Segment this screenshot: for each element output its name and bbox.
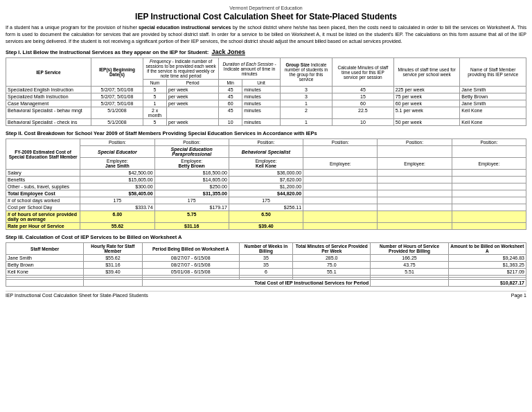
footer-right: Page 1 [511, 293, 526, 298]
table-row: Behavioral Specialist - behav mngt 5/1/2… [6, 107, 526, 119]
table-row: Specialized Math Instruction 5/2/07; 5/0… [6, 93, 526, 100]
table-row: Case Management 5/2/07; 5/01/08 1 per we… [6, 100, 526, 107]
table-row: Specialized English Instruction 5/2/07; … [6, 87, 526, 93]
step3-table: Staff Member Hourly Rate for Staff Membe… [6, 242, 526, 287]
student-name: Jack Jones [211, 48, 245, 55]
footer-left: IEP Instructional Cost Calculation Sheet… [6, 293, 148, 298]
intro-paragraph: If a student has a unique program for th… [6, 24, 526, 44]
table-row: Salary $42,500.00 $16,500.00 $36,000.00 [6, 170, 526, 177]
table-row: Benefits $15,605.00 $14,605.00 $7,620.00 [6, 177, 526, 183]
step2-header: Step II. Cost Breakdown for School Year … [6, 130, 526, 136]
table-row: Behavioral Specialist - check ins 5/1/20… [6, 119, 526, 126]
page-title: IEP Instructional Cost Calculation Sheet… [6, 12, 526, 21]
total-employee-cost-row: Total Employee Cost $58,405.00 $31,355.0… [6, 190, 526, 197]
step1-table: IEP Service IEP(s) Beginning Date(s) Fre… [6, 57, 526, 126]
table-row: Other - subs, travel, supplies $300.00 $… [6, 183, 526, 190]
rate-per-hour-row: Rate per Hour of Service 55.62 $31.16 $3… [6, 223, 526, 230]
step2-table: FY-2009 Estimated Cost of Special Educat… [6, 138, 526, 230]
table-row: Keil Kone $39.40 05/01/08 - 6/15/08 6 55… [6, 269, 526, 276]
table-row: Jane Smith $55.62 08/27/07 - 6/15/08 35 … [6, 255, 526, 262]
hours-daily-row: # of hours of service provided daily on … [6, 211, 526, 223]
iep-service: Specialized English Instruction [6, 87, 91, 93]
table-row: Total Cost of IEP Instructional Services… [6, 280, 526, 287]
step3-header: Step III. Calculation of Cost of IEP Ser… [6, 234, 526, 240]
dept-label: Vermont Department of Education [6, 6, 526, 10]
step1-header: Step I. List Below the Instructional Ser… [6, 48, 526, 55]
table-row: Betty Brown $31.16 08/27/07 - 6/15/08 35… [6, 262, 526, 269]
table-row: Cost per School Day $333.74 $179.17 $256… [6, 204, 526, 211]
table-row: # of school days worked 175 175 175 [6, 197, 526, 204]
